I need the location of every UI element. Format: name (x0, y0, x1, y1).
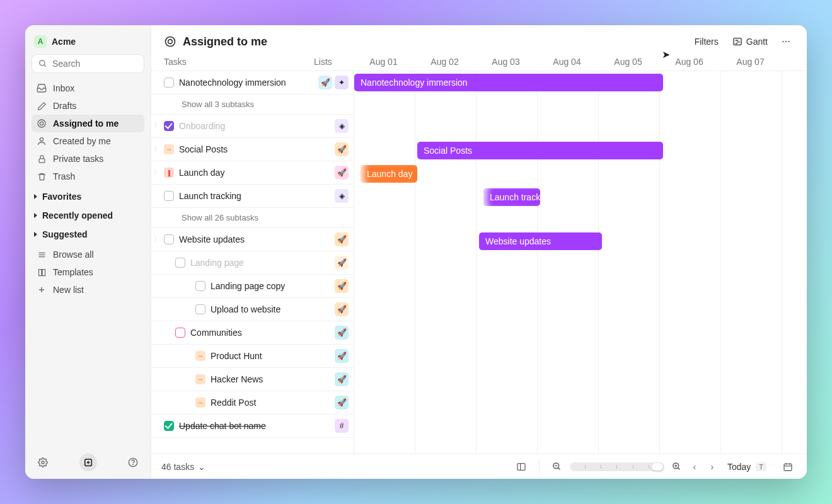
new-task-button[interactable] (79, 454, 97, 471)
task-checkbox[interactable] (164, 421, 174, 431)
task-row[interactable]: Launch tracking◈ (151, 185, 354, 208)
task-row[interactable]: Landing page🚀 (151, 251, 354, 275)
task-checkbox[interactable] (164, 144, 174, 154)
section-suggested[interactable]: Suggested (32, 223, 144, 242)
collapse-sidebar-button[interactable] (512, 458, 530, 476)
svg-point-16 (133, 464, 134, 465)
help-button[interactable] (124, 454, 142, 471)
view-switcher[interactable]: Gantt (729, 34, 771, 49)
task-row[interactable]: Reddit Post🚀 (151, 391, 354, 415)
search-icon (38, 59, 47, 68)
search-input[interactable] (52, 59, 137, 69)
task-row[interactable]: 〉Website updates🚀 (151, 228, 354, 251)
list-tag[interactable]: ◈ (335, 119, 349, 133)
zoom-slider[interactable] (570, 462, 664, 471)
expand-icon[interactable]: 〉 (151, 145, 163, 154)
task-name: Reddit Post (211, 398, 332, 408)
prev-button[interactable]: ‹ (686, 458, 703, 476)
task-checkbox[interactable] (195, 374, 205, 384)
task-row[interactable]: Communities🚀 (151, 321, 354, 345)
section-favorites[interactable]: Favorites (32, 185, 144, 204)
section-recently-opened[interactable]: Recently opened (32, 204, 144, 223)
task-checkbox[interactable] (195, 351, 205, 361)
list-tag[interactable]: 🚀 (335, 166, 349, 180)
task-checkbox[interactable] (195, 398, 205, 408)
expand-icon[interactable]: 〉 (151, 122, 163, 130)
gantt-chart[interactable]: Nanotechnology immersionSocial PostsLaun… (354, 71, 807, 454)
list-tag[interactable]: 🚀 (335, 396, 349, 410)
gantt-bar[interactable]: Launch tracking (483, 188, 540, 206)
list-tag[interactable]: ◈ (335, 189, 349, 203)
task-checkbox[interactable] (175, 328, 185, 338)
svg-rect-32 (784, 464, 792, 471)
list-tag[interactable]: ✦ (335, 76, 349, 89)
settings-button[interactable] (34, 454, 52, 471)
task-row[interactable]: 〉Launch day🚀 (151, 161, 354, 185)
expand-icon[interactable]: 〉 (151, 235, 163, 244)
gantt-bar[interactable]: Launch day (361, 165, 417, 183)
task-row[interactable]: Product Hunt🚀 (151, 345, 354, 368)
more-button[interactable]: ⋯ (778, 34, 794, 49)
task-checkbox[interactable] (164, 77, 174, 88)
list-tag[interactable]: 🚀 (335, 279, 349, 293)
task-row[interactable]: Upload to website🚀 (151, 298, 354, 321)
list-tag[interactable]: 🚀 (318, 76, 332, 89)
list-tag[interactable]: 🚀 (335, 256, 349, 270)
list-tag[interactable]: 🚀 (335, 326, 349, 340)
filters-button[interactable]: Filters (691, 34, 722, 49)
task-checkbox[interactable] (164, 191, 174, 201)
sidebar-item-assigned[interactable]: Assigned to me (32, 115, 144, 132)
task-name: Communities (190, 328, 332, 338)
expand-icon[interactable]: 〉 (151, 168, 163, 177)
date-header: Aug 04 (536, 57, 598, 67)
list-tag[interactable]: 🚀 (335, 302, 349, 316)
svg-point-0 (40, 60, 45, 66)
list-tag[interactable]: 🚀 (335, 232, 349, 246)
show-subtasks-link[interactable]: Show all 3 subtasks (151, 94, 354, 115)
task-row[interactable]: 〉Social Posts🚀 (151, 138, 354, 161)
task-row[interactable]: Update chat bot name# (151, 415, 354, 438)
sidebar-link-browse-all[interactable]: Browse all (32, 246, 144, 263)
gantt-bar[interactable]: Website updates (479, 232, 602, 250)
task-row[interactable]: Landing page copy🚀 (151, 275, 354, 298)
list-tag[interactable]: # (335, 419, 349, 433)
calendar-button[interactable] (779, 458, 797, 476)
list-icon (37, 249, 47, 260)
footer: 46 tasks⌄ ‹ › TodayT (151, 454, 807, 479)
page-title: Assigned to me (164, 35, 267, 49)
svg-line-31 (678, 467, 680, 469)
next-button[interactable]: › (703, 458, 721, 476)
date-header: Aug 06 (659, 57, 720, 67)
show-subtasks-link[interactable]: Show all 26 subtasks (151, 208, 354, 228)
task-checkbox[interactable] (195, 304, 205, 314)
gantt-bar[interactable]: Nanotechnology immersion (354, 74, 663, 91)
today-button[interactable]: TodayT (727, 462, 766, 472)
task-row[interactable]: 〉Onboarding◈ (151, 115, 354, 138)
task-checkbox[interactable] (195, 281, 205, 291)
sidebar-item-private[interactable]: Private tasks (32, 150, 144, 168)
task-count[interactable]: 46 tasks⌄ (161, 462, 205, 472)
sidebar-item-drafts[interactable]: Drafts (32, 97, 144, 115)
task-row[interactable]: Nanotechnology immersion🚀✦ (151, 71, 354, 94)
sidebar-link-templates[interactable]: Templates (32, 263, 144, 281)
inbox-icon (37, 83, 47, 93)
workspace-badge: A (34, 35, 47, 48)
zoom-in-button[interactable] (668, 458, 686, 476)
sidebar-item-inbox[interactable]: Inbox (32, 79, 144, 97)
task-checkbox[interactable] (175, 258, 185, 268)
list-tag[interactable]: 🚀 (335, 372, 349, 386)
search-box[interactable] (32, 54, 144, 73)
workspace-switcher[interactable]: A Acme (32, 34, 144, 54)
sidebar-item-trash[interactable]: Trash (32, 168, 144, 185)
list-tag[interactable]: 🚀 (335, 142, 349, 156)
sidebar-link-new-list[interactable]: New list (32, 281, 144, 299)
task-checkbox[interactable] (164, 234, 174, 244)
list-tag[interactable]: 🚀 (335, 349, 349, 363)
task-name: Onboarding (179, 121, 332, 131)
sidebar-item-created[interactable]: Created by me (32, 132, 144, 150)
zoom-out-button[interactable] (548, 458, 566, 476)
gantt-bar[interactable]: Social Posts (417, 142, 663, 159)
task-checkbox[interactable] (164, 121, 174, 131)
task-row[interactable]: Hacker News🚀 (151, 368, 354, 391)
task-checkbox[interactable] (164, 168, 174, 178)
